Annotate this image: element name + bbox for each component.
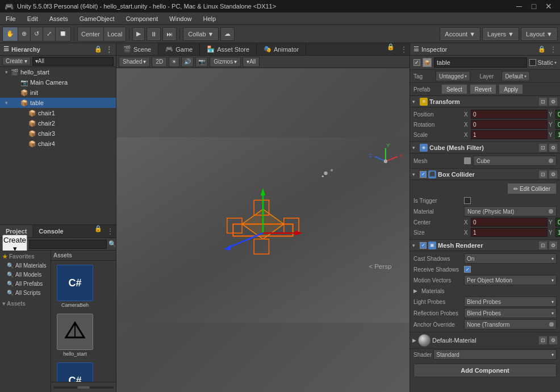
- tab-game[interactable]: 🎮 Game: [158, 43, 200, 55]
- static-arrow[interactable]: ▾: [554, 60, 557, 65]
- motion-vectors-dropdown[interactable]: Per Object Motion ▾: [464, 275, 557, 285]
- is-trigger-checkbox[interactable]: [464, 197, 471, 204]
- 2d-button[interactable]: 2D: [152, 57, 167, 67]
- static-checkbox[interactable]: [529, 59, 536, 66]
- receive-shadows-checkbox[interactable]: [464, 266, 471, 273]
- prefab-select-button[interactable]: Select: [441, 84, 467, 94]
- project-search-input[interactable]: [29, 240, 107, 249]
- tree-item-main_camera[interactable]: 📷 Main Camera: [0, 77, 116, 87]
- layer-dropdown[interactable]: Default ▾: [502, 71, 530, 81]
- mesh-renderer-ref-icon[interactable]: ⊡: [538, 241, 548, 250]
- box-collider-component-header[interactable]: ▾ ⬛ Box Collider ⊡ ⚙: [410, 169, 560, 180]
- transform-component-header[interactable]: ▾ ⊕ Transform ⊡ ⚙: [410, 96, 560, 107]
- asset-hello_start[interactable]: hello_start: [53, 312, 97, 358]
- horizontal-scrollbar[interactable]: [53, 386, 114, 389]
- scene-more-icon[interactable]: ⋮: [398, 43, 409, 55]
- center-x-input[interactable]: [471, 218, 548, 227]
- shaded-dropdown[interactable]: Shaded ▾: [119, 57, 150, 67]
- tab-console[interactable]: Console: [33, 225, 69, 237]
- project-more-icon[interactable]: ⋮: [105, 225, 116, 237]
- rotate-tool[interactable]: ↺: [31, 27, 43, 41]
- fav-all-scripts[interactable]: 🔍 All Scripts: [0, 288, 51, 297]
- mesh-filter-ref-icon[interactable]: ⊡: [538, 143, 548, 152]
- asset-initbeh[interactable]: InitBeh: [53, 361, 97, 382]
- box-collider-enable-checkbox[interactable]: [420, 171, 427, 178]
- mesh-renderer-settings-icon[interactable]: ⚙: [549, 241, 558, 250]
- tree-item-init[interactable]: 📦 init: [0, 87, 116, 98]
- rotation-y-input[interactable]: [555, 120, 560, 129]
- menu-edit[interactable]: Edit: [22, 14, 44, 23]
- tag-dropdown[interactable]: Untagged ▾: [436, 71, 470, 81]
- move-tool[interactable]: ⊕: [18, 27, 31, 41]
- menu-help[interactable]: Help: [197, 14, 222, 23]
- image-effects-button[interactable]: 📷: [195, 57, 208, 67]
- audio-button[interactable]: 🔊: [181, 57, 194, 67]
- tab-asset-store[interactable]: 🏪 Asset Store: [200, 43, 257, 55]
- hierarchy-lock-icon[interactable]: 🔒: [94, 45, 102, 53]
- position-x-input[interactable]: [471, 110, 548, 119]
- tab-scene[interactable]: 🎬 Scene: [116, 43, 158, 55]
- rotation-x-input[interactable]: [471, 120, 548, 129]
- mesh-filter-component-header[interactable]: ▾ ◈ Cube (Mesh Filter) ⊡ ⚙: [410, 142, 560, 153]
- box-collider-settings-icon[interactable]: ⚙: [549, 170, 558, 179]
- scene-view[interactable]: < Persp X Y Z: [116, 68, 409, 392]
- material-settings-icon[interactable]: ⚙: [549, 336, 558, 345]
- hierarchy-create-button[interactable]: Create ▾: [2, 57, 31, 65]
- scrollbar-thumb[interactable]: [77, 386, 89, 389]
- tree-item-chair1[interactable]: 📦 chair1: [0, 108, 116, 118]
- edit-collider-button[interactable]: ✏ Edit Collider: [507, 183, 557, 194]
- add-component-button[interactable]: Add Component: [413, 364, 557, 377]
- menu-window[interactable]: Window: [164, 14, 197, 23]
- tree-item-chair4[interactable]: 📦 chair4: [0, 139, 116, 149]
- tree-item-table[interactable]: ▾ 📦 table: [0, 98, 116, 108]
- prefab-revert-button[interactable]: Revert: [470, 84, 496, 94]
- scene-lock-icon[interactable]: 🔒: [383, 43, 398, 55]
- step-button[interactable]: ⏭: [162, 27, 177, 41]
- fav-all-materials[interactable]: 🔍 All Materials: [0, 261, 51, 270]
- material-ref-icon[interactable]: ⊡: [538, 336, 548, 345]
- size-y-input[interactable]: [555, 228, 560, 237]
- play-button[interactable]: ▶: [132, 27, 145, 41]
- asset-camerabeh[interactable]: CameraBeh: [53, 263, 97, 310]
- fav-all-models[interactable]: 🔍 All Models: [0, 270, 51, 279]
- fav-all-prefabs[interactable]: 🔍 All Prefabs: [0, 279, 51, 288]
- tree-item-hello_start[interactable]: ▾ 🎬 hello_start: [0, 67, 116, 77]
- object-name-input[interactable]: [434, 57, 527, 68]
- mesh-filter-settings-icon[interactable]: ⚙: [549, 143, 558, 152]
- tab-animator[interactable]: 🎭 Animator: [257, 43, 306, 55]
- object-enabled-checkbox[interactable]: [413, 59, 420, 66]
- position-y-input[interactable]: [555, 110, 560, 119]
- box-collider-ref-icon[interactable]: ⊡: [538, 170, 548, 179]
- mesh-renderer-component-header[interactable]: ▾ ▣ Mesh Renderer ⊡ ⚙: [410, 240, 560, 251]
- size-x-input[interactable]: [471, 228, 548, 237]
- menu-gameobject[interactable]: GameObject: [74, 14, 120, 23]
- tree-item-chair3[interactable]: 📦 chair3: [0, 128, 116, 139]
- collab-button[interactable]: Collab ▼: [183, 27, 219, 41]
- tree-item-chair2[interactable]: 📦 chair2: [0, 118, 116, 128]
- scale-y-input[interactable]: [555, 130, 560, 139]
- menu-assets[interactable]: Assets: [44, 14, 74, 23]
- lighting-button[interactable]: ☀: [169, 57, 179, 67]
- rect-tool[interactable]: 🔲: [56, 27, 70, 41]
- cloud-button[interactable]: ☁: [220, 27, 235, 41]
- scale-x-input[interactable]: [471, 130, 548, 139]
- anchor-override-dot[interactable]: [549, 322, 554, 327]
- reflection-probes-dropdown[interactable]: Blend Probes ▾: [464, 308, 557, 318]
- inspector-lock-icon[interactable]: 🔒: [538, 45, 546, 53]
- minimize-button[interactable]: ─: [512, 1, 526, 11]
- mesh-renderer-enable-checkbox[interactable]: [420, 242, 427, 249]
- center-y-input[interactable]: [555, 218, 560, 227]
- mesh-dot-icon[interactable]: [549, 159, 553, 163]
- hand-tool[interactable]: ✋: [3, 27, 18, 41]
- layout-button[interactable]: Layout ▼: [521, 27, 558, 41]
- gizmos-dropdown[interactable]: Gizmos ▾: [210, 57, 241, 67]
- project-lock-icon[interactable]: 🔒: [92, 225, 105, 237]
- center-button[interactable]: Center: [78, 27, 104, 41]
- transform-settings-icon[interactable]: ⚙: [549, 97, 558, 106]
- material-expand-arrow[interactable]: ▶: [412, 337, 416, 343]
- collider-material-dropdown[interactable]: None (Physic Mat): [464, 206, 557, 216]
- shader-dropdown[interactable]: Standard ▾: [433, 349, 557, 360]
- maximize-button[interactable]: □: [527, 1, 541, 11]
- layers-button[interactable]: Layers ▼: [482, 27, 519, 41]
- anchor-override-dropdown[interactable]: None (Transform: [464, 319, 557, 330]
